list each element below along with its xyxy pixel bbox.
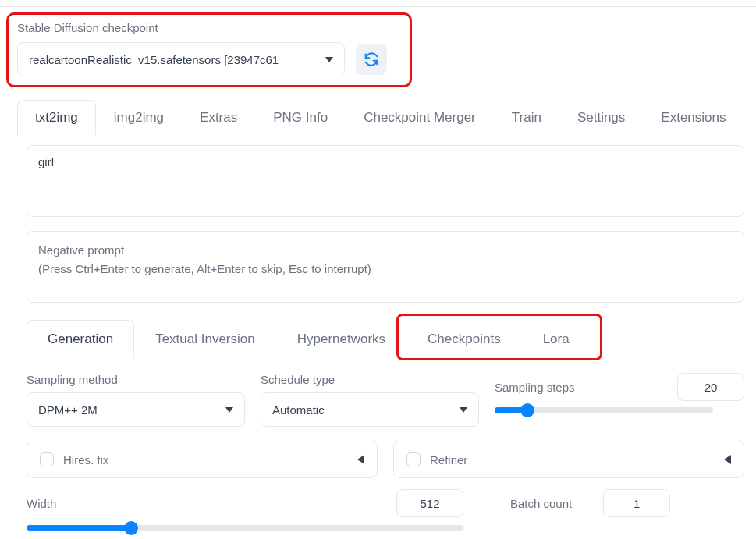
hires-fix-checkbox[interactable] <box>40 452 54 466</box>
schedule-type-label: Schedule type <box>261 373 479 386</box>
sampling-steps-slider[interactable] <box>495 407 713 413</box>
refresh-icon <box>363 51 380 68</box>
tab-train[interactable]: Train <box>494 100 559 136</box>
sampling-method-value: DPM++ 2M <box>38 403 98 417</box>
tab-img2img[interactable]: img2img <box>96 100 182 136</box>
subtab-hypernetworks[interactable]: Hypernetworks <box>276 320 406 359</box>
refiner-checkbox[interactable] <box>406 452 421 466</box>
batch-count-input[interactable] <box>603 489 670 517</box>
sub-tabs: Generation Textual Inversion Hypernetwor… <box>27 320 744 359</box>
width-input[interactable] <box>396 489 463 517</box>
refresh-checkpoint-button[interactable] <box>356 44 387 75</box>
refiner-label: Refiner <box>430 453 467 466</box>
sampling-method-label: Sampling method <box>27 373 245 386</box>
chevron-down-icon <box>225 407 233 413</box>
width-label: Width <box>27 497 56 510</box>
tab-extras[interactable]: Extras <box>182 100 255 136</box>
negative-prompt-textarea[interactable]: Negative prompt (Press Ctrl+Enter to gen… <box>27 231 744 303</box>
subtab-textual-inversion[interactable]: Textual Inversion <box>134 320 276 359</box>
hires-fix-label: Hires. fix <box>63 453 108 466</box>
schedule-type-value: Automatic <box>272 403 325 417</box>
neg-placeholder-line1: Negative prompt <box>38 241 733 260</box>
subtab-checkpoints[interactable]: Checkpoints <box>406 320 522 359</box>
triangle-left-icon <box>724 455 731 464</box>
tab-txt2img[interactable]: txt2img <box>17 100 96 136</box>
sampling-method-select[interactable]: DPM++ 2M <box>27 392 245 427</box>
prompt-textarea[interactable]: girl <box>27 145 744 217</box>
chevron-down-icon <box>325 57 333 62</box>
batch-count-label: Batch count <box>510 497 572 510</box>
width-slider[interactable] <box>27 525 463 531</box>
tab-settings[interactable]: Settings <box>559 100 643 136</box>
subtab-lora[interactable]: Lora <box>522 320 591 359</box>
checkpoint-value: realcartoonRealistic_v15.safetensors [23… <box>29 53 279 66</box>
sampling-steps-input[interactable] <box>677 373 744 401</box>
subtab-generation[interactable]: Generation <box>27 320 134 359</box>
sampling-steps-label: Sampling steps <box>495 381 575 394</box>
refiner-toggle[interactable]: Refiner <box>393 441 744 478</box>
main-tabs: txt2img img2img Extras PNG Info Checkpoi… <box>17 100 756 136</box>
triangle-left-icon <box>357 455 364 464</box>
chevron-down-icon <box>460 407 467 413</box>
tab-extensions[interactable]: Extensions <box>643 100 744 136</box>
tab-checkpoint-merger[interactable]: Checkpoint Merger <box>346 100 494 136</box>
schedule-type-select[interactable]: Automatic <box>261 392 479 427</box>
checkpoint-label: Stable Diffusion checkpoint <box>17 21 756 34</box>
hires-fix-toggle[interactable]: Hires. fix <box>27 441 378 478</box>
checkpoint-select[interactable]: realcartoonRealistic_v15.safetensors [23… <box>17 42 345 76</box>
tab-pnginfo[interactable]: PNG Info <box>255 100 346 136</box>
neg-placeholder-line2: (Press Ctrl+Enter to generate, Alt+Enter… <box>38 260 733 278</box>
